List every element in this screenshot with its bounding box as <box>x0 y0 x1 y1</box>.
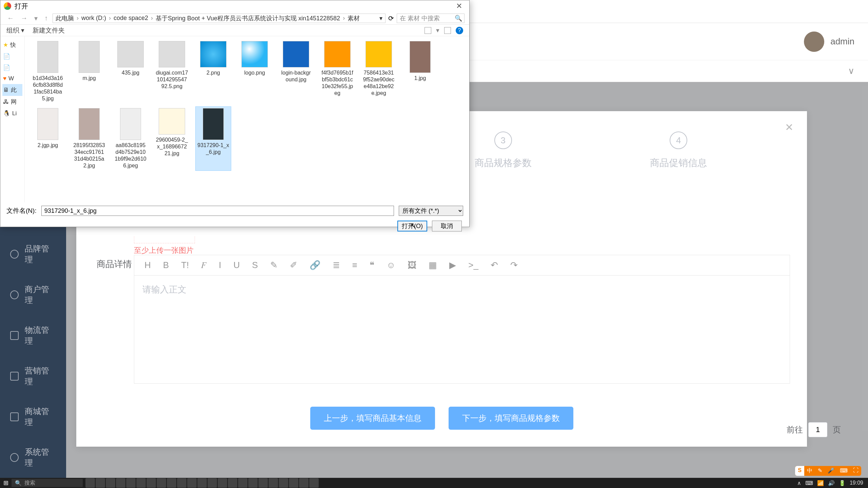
side-item[interactable]: 📄 <box>2 51 22 62</box>
file-item[interactable]: 1.jpg <box>402 40 438 103</box>
tray-wifi-icon[interactable]: 📶 <box>817 480 824 486</box>
tb-bold[interactable]: B <box>163 260 169 270</box>
modal-close-button[interactable]: ✕ <box>785 121 793 133</box>
sidebar-item-merchant[interactable]: 商户管理 <box>0 274 66 315</box>
preview-pane-icon[interactable] <box>444 27 451 34</box>
sidebar-item-brand[interactable]: 品牌管理 <box>0 234 66 274</box>
side-linux[interactable]: 🐧Li <box>2 108 22 119</box>
taskbar-app-icon[interactable] <box>269 478 278 488</box>
crumb[interactable]: code space2 <box>114 15 148 22</box>
taskbar-app-icon[interactable] <box>157 478 166 488</box>
nav-back-icon[interactable]: ← <box>5 14 16 22</box>
tb-bgcolor[interactable]: ✐ <box>290 260 297 270</box>
next-step-button[interactable]: 下一步，填写商品规格参数 <box>449 407 573 430</box>
tb-underline[interactable]: U <box>233 260 240 270</box>
new-folder-button[interactable]: 新建文件夹 <box>33 26 65 35</box>
sidebar-item-marketing[interactable]: 营销管理 <box>0 356 66 396</box>
filetype-select[interactable]: 所有文件 (*.*) <box>399 206 463 216</box>
taskbar-app-icon[interactable] <box>126 478 136 488</box>
dialog-close-button[interactable]: ✕ <box>452 2 466 11</box>
crumb[interactable]: 素材 <box>348 14 360 22</box>
taskbar-app-icon[interactable] <box>167 478 176 488</box>
taskbar-app-icon[interactable] <box>238 478 248 488</box>
side-network[interactable]: 🖧网 <box>2 96 22 108</box>
taskbar-app-icon[interactable] <box>177 478 186 488</box>
ime-expand-icon[interactable]: ⛶ <box>850 466 861 476</box>
taskbar-app-icon[interactable] <box>85 478 95 488</box>
taskbar-app-icon[interactable] <box>197 478 207 488</box>
user-menu[interactable]: admin <box>804 32 854 52</box>
file-item[interactable]: login-background.jpg <box>278 40 314 103</box>
tray-chevron-icon[interactable]: ∧ <box>797 480 801 486</box>
editor-body[interactable]: 请输入正文 <box>134 275 790 384</box>
breadcrumb[interactable]: 此电脑› work (D:)› code space2› 基于Spring Bo… <box>53 14 386 23</box>
tb-video[interactable]: ▶ <box>449 260 456 270</box>
taskbar-app-icon[interactable] <box>136 478 146 488</box>
cancel-button[interactable]: 取消 <box>432 221 462 231</box>
taskbar-app-icon[interactable] <box>218 478 227 488</box>
nav-up-icon[interactable]: ↑ <box>42 14 50 22</box>
ime-mic-icon[interactable]: 🎤 <box>825 466 837 476</box>
side-quick[interactable]: ★快 <box>2 39 22 51</box>
taskbar-app-icon[interactable] <box>187 478 197 488</box>
file-item[interactable]: 435.jpg <box>113 40 148 103</box>
filename-input[interactable] <box>41 206 394 216</box>
nav-forward-icon[interactable]: → <box>19 14 29 22</box>
side-item[interactable]: ♥W <box>2 73 22 84</box>
file-item[interactable]: aa863c8195d4b7529e101b9f9e2d6106.jpeg <box>113 107 148 170</box>
prev-step-button[interactable]: 上一步，填写商品基本信息 <box>310 407 435 430</box>
taskbar-app-icon[interactable] <box>228 478 237 488</box>
tray-ime-icon[interactable]: ⌨ <box>805 480 813 486</box>
view-mode-icon[interactable] <box>425 27 431 34</box>
tb-heading[interactable]: H <box>144 260 151 270</box>
file-item[interactable]: 29600459-2_x_1689667221.jpg <box>154 107 190 170</box>
tb-table[interactable]: ▦ <box>429 260 437 270</box>
file-item[interactable]: f4f3d7695b1fbf5b3bdc61c10e32fe55.jpeg <box>320 40 355 103</box>
tb-fontsize[interactable]: T! <box>181 260 189 270</box>
crumb[interactable]: 此电脑 <box>56 14 74 22</box>
nav-recent-icon[interactable]: ▾ <box>32 14 40 22</box>
taskbar-app-icon[interactable] <box>279 478 288 488</box>
tb-fgcolor[interactable]: ✎ <box>270 260 278 270</box>
file-item[interactable]: m.jpg <box>72 40 107 103</box>
tb-emoji[interactable]: ☺ <box>387 260 396 270</box>
taskbar-app-icon[interactable] <box>309 478 319 488</box>
taskbar-app-icon[interactable] <box>106 478 115 488</box>
tray-battery-icon[interactable]: 🔋 <box>839 480 846 486</box>
tray-volume-icon[interactable]: 🔊 <box>828 480 835 486</box>
ime-pen-icon[interactable]: ✎ <box>815 466 825 476</box>
ime-lang[interactable]: 中 <box>804 466 815 476</box>
crumb[interactable]: 基于Spring Boot + Vue程序员云书店系统设计与实现 xin1451… <box>156 14 340 22</box>
tb-font[interactable]: 𝐹 <box>201 260 206 270</box>
ime-keyboard-icon[interactable]: ⌨ <box>837 466 850 476</box>
tb-align[interactable]: ≡ <box>352 260 357 270</box>
organize-menu[interactable]: 组织 ▾ <box>6 26 24 35</box>
start-button[interactable]: ⊞ <box>0 478 12 488</box>
side-thispc[interactable]: 🖥此 <box>2 84 22 96</box>
taskbar-app-icon[interactable] <box>96 478 105 488</box>
crumb[interactable]: work (D:) <box>81 15 106 22</box>
help-icon[interactable]: ? <box>456 27 463 34</box>
tb-code[interactable]: >_ <box>468 260 478 270</box>
file-item[interactable]: 7586413e319f52ae90dece48a12be92e.jpeg <box>361 40 396 103</box>
taskbar-app-icon[interactable] <box>116 478 125 488</box>
file-item[interactable]: 2.png <box>196 40 231 103</box>
taskbar-app-icon[interactable] <box>146 478 156 488</box>
open-button[interactable]: 打开(O) <box>397 221 427 231</box>
expand-icon[interactable]: ∨ <box>848 66 854 76</box>
sidebar-item-logistics[interactable]: 物流管理 <box>0 315 66 356</box>
file-item-selected[interactable]: 9317290-1_x_6.jpg <box>196 107 231 170</box>
taskbar-app-icon[interactable] <box>289 478 298 488</box>
file-item[interactable]: 2.jgp.jpg <box>30 107 65 170</box>
file-item[interactable]: 28195f3285334ecc9176131d4b0215a2.jpg <box>72 107 107 170</box>
tb-italic[interactable]: I <box>219 260 221 270</box>
side-item[interactable]: 📄 <box>2 62 22 73</box>
tb-undo[interactable]: ↶ <box>491 260 498 270</box>
taskbar-search[interactable]: 🔍 搜索 <box>12 479 83 487</box>
taskbar-app-icon[interactable] <box>299 478 309 488</box>
file-item[interactable]: diugai.com17101429554792.5.png <box>154 40 190 103</box>
tray-clock[interactable]: 19:09 <box>850 480 863 486</box>
refresh-icon[interactable]: ⟳ <box>388 14 394 22</box>
sidebar-item-system[interactable]: 系统管理 <box>0 437 66 478</box>
tb-link[interactable]: 🔗 <box>310 260 320 270</box>
